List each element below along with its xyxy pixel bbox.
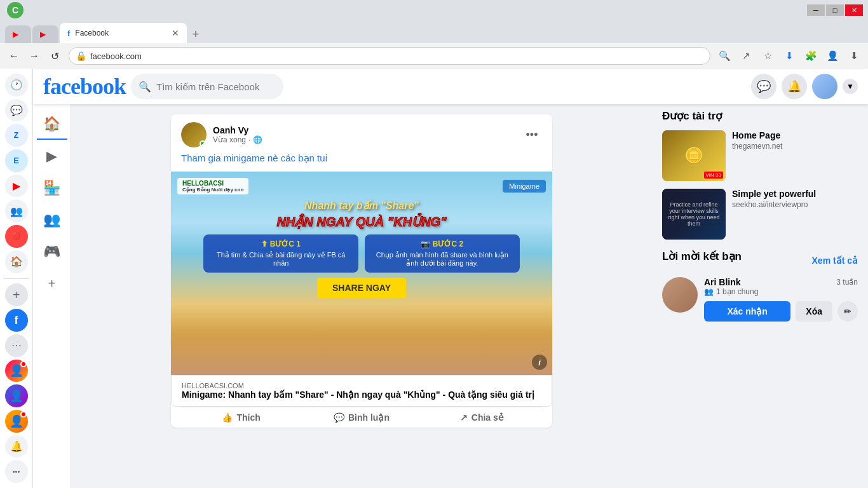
minigame-share-btn[interactable]: SHARE NGAY	[317, 278, 406, 298]
minimize-button[interactable]: ─	[807, 4, 825, 16]
browser-titlebar: C ─ □ ✕	[0, 0, 868, 20]
friends-title: Lời mời kết bạn	[662, 250, 742, 263]
profile-avatar-button[interactable]	[812, 74, 837, 99]
strip-apps[interactable]: ⋯	[5, 334, 28, 357]
post-author-name[interactable]: Oanh Vy	[213, 125, 515, 135]
step2-text: Chụp ảnh màn hình đã share và bình luận …	[371, 251, 513, 268]
menu-button[interactable]: ▼	[843, 79, 858, 94]
like-button[interactable]: 👍 Thích	[181, 407, 301, 428]
nav-add[interactable]: +	[37, 268, 67, 299]
ad-card-1[interactable]: 🪙 VIN 33 Home Page thegamevn.net	[662, 130, 858, 181]
see-all-link[interactable]: Xem tất cả	[812, 255, 858, 266]
close-button[interactable]: ✕	[845, 4, 863, 16]
search-toolbar-icon[interactable]: 🔍	[715, 47, 733, 65]
online-indicator	[200, 140, 206, 147]
bookmark-icon[interactable]: ☆	[759, 47, 776, 65]
profile-icon[interactable]: 👤	[824, 47, 841, 65]
svg-text:C: C	[12, 5, 18, 15]
friend-suggestions-section: Lời mời kết bạn Xem tất cả Ari Blink 3 t…	[662, 250, 858, 322]
post-more-button[interactable]: •••	[522, 125, 542, 145]
tab3-close[interactable]: ✕	[172, 28, 179, 38]
messenger-button[interactable]: 💬	[751, 74, 776, 99]
nav-marketplace[interactable]: 🏪	[37, 173, 67, 203]
browser-logo: C	[5, 0, 25, 20]
delete-button[interactable]: Xóa	[796, 301, 832, 322]
ad2-info: Simple yet powerful seekho.ai/interviewp…	[732, 189, 858, 209]
fb-search-bar[interactable]: 🔍	[131, 74, 283, 99]
nav-groups[interactable]: 👥	[37, 205, 67, 235]
like-label: Thích	[236, 412, 260, 423]
browser-tab-3-active[interactable]: f Facebook ✕	[60, 23, 187, 43]
browser-tab-1[interactable]: ▶	[5, 25, 31, 43]
minigame-steps: ⬆ BƯỚC 1 Thả tim & Chia sẻ bài đăng này …	[177, 234, 546, 273]
strip-add[interactable]: +	[5, 283, 28, 306]
strip-messenger[interactable]: 💬	[5, 99, 28, 122]
fb-right-sidebar: Được tài trợ 🪙 VIN 33 Home Page	[652, 104, 868, 488]
post-text-before: Tham gia	[181, 152, 224, 163]
post-image-container: HELLOBACSI Cộng Đồng Nuôi dạy con Miniga…	[171, 172, 552, 375]
ad1-thumb-icon: 🪙	[684, 147, 703, 165]
friend-details: Ari Blink 3 tuần 👥 1 bạn chung Xác nhận …	[704, 277, 858, 322]
fb-content: facebook 🔍 💬 🔔 ▼ 🏠 ▶ 🏪 👥 🎮 +	[33, 69, 868, 488]
step2-title: 📷 BƯỚC 2	[371, 240, 513, 248]
strip-avatar3[interactable]: 👤	[5, 410, 28, 433]
nav-home[interactable]: 🏠	[37, 109, 67, 140]
address-bar[interactable]: 🔒 facebook.com	[69, 47, 710, 65]
step1-text: Thả tim & Chia sẻ bài đăng này về FB cá …	[210, 251, 352, 267]
image-info-button[interactable]: i	[532, 355, 547, 370]
strip-bell[interactable]: 🔔	[5, 435, 28, 458]
tab2-favicon: ▶	[40, 30, 46, 39]
strip-history[interactable]: 🕐	[5, 74, 28, 97]
browser-tab-2[interactable]: ▶	[32, 25, 58, 43]
notifications-button[interactable]: 🔔	[782, 74, 807, 99]
search-input[interactable]	[156, 81, 276, 92]
strip-user[interactable]: 👥	[5, 200, 28, 222]
strip-video[interactable]: ▶	[5, 175, 28, 198]
friend-name: Ari Blink	[704, 277, 741, 287]
strip-email[interactable]: E	[5, 149, 28, 172]
edit-button[interactable]: ✏	[837, 301, 858, 322]
forward-button[interactable]: →	[25, 47, 43, 65]
ad2-domain: seekho.ai/interviewpro	[732, 200, 858, 209]
strip-avatar2[interactable]: 👤	[5, 384, 28, 407]
share-button[interactable]: ↗ Chia sẻ	[422, 407, 542, 428]
post-avatar[interactable]	[181, 122, 207, 147]
extensions-icon[interactable]: 🧩	[802, 47, 820, 65]
reload-button[interactable]: ↺	[46, 47, 64, 65]
friend-avatar[interactable]	[662, 277, 698, 313]
share-toolbar-icon[interactable]: ↗	[737, 47, 755, 65]
strip-avatar1[interactable]: 👤	[5, 360, 28, 383]
post-text-link[interactable]: minigame	[224, 152, 265, 163]
back-button[interactable]: ←	[5, 47, 23, 65]
ad1-info: Home Page thegamevn.net	[732, 130, 858, 151]
post-header: Oanh Vy Vừa xong · 🌐 •••	[171, 114, 552, 152]
friend-mutual: 👥 1 bạn chung	[704, 287, 858, 296]
strip-zalo[interactable]: Z	[5, 124, 28, 147]
post-text-after: nè các bạn tui	[265, 152, 327, 163]
ad-card-2[interactable]: Practice and refine your interview skill…	[662, 189, 858, 240]
fb-left-nav: 🏠 ▶ 🏪 👥 🎮 +	[33, 104, 71, 488]
post-image: HELLOBACSI Cộng Đồng Nuôi dạy con Miniga…	[171, 172, 552, 375]
new-tab-button[interactable]: +	[187, 25, 205, 43]
strip-more[interactable]: •••	[5, 460, 28, 483]
friend-actions: Xác nhận Xóa ✏	[704, 301, 858, 322]
search-icon: 🔍	[139, 81, 151, 93]
fb-header-right: 💬 🔔 ▼	[751, 74, 858, 99]
post-actions: 👍 Thích 💬 Bình luận ↗ Chia sẻ	[181, 407, 542, 428]
maximize-button[interactable]: □	[826, 4, 844, 16]
confirm-button[interactable]: Xác nhận	[704, 301, 790, 322]
strip-red[interactable]: 🔴	[5, 225, 28, 248]
nav-watch[interactable]: ▶	[37, 141, 67, 172]
nav-gaming[interactable]: 🎮	[37, 236, 67, 267]
download2-icon[interactable]: ⬇	[845, 47, 863, 65]
fb-header: facebook 🔍 💬 🔔 ▼	[33, 69, 868, 104]
window-controls: ─ □ ✕	[807, 4, 863, 16]
minigame-title1: Nhanh tay bấm "Share"	[304, 200, 419, 212]
strip-home[interactable]: 🏠	[5, 250, 28, 273]
comment-button[interactable]: 💬 Bình luận	[301, 407, 421, 428]
tab-bar: ▶ ▶ f Facebook ✕ +	[0, 20, 868, 43]
strip-facebook-page[interactable]: f	[5, 309, 28, 332]
download-icon[interactable]: ⬇	[780, 47, 798, 65]
ad2-thumbnail: Practice and refine your interview skill…	[662, 189, 726, 240]
minigame-tag: Minigame	[503, 180, 546, 193]
